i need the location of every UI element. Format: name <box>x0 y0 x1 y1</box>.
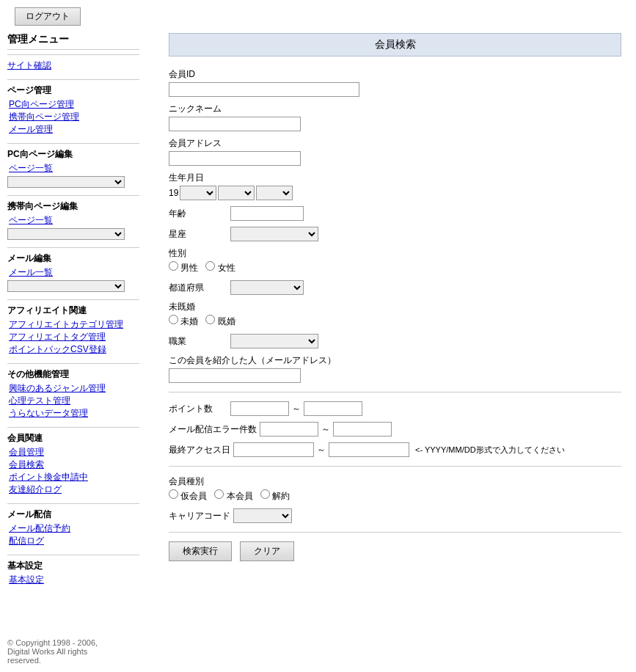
age-row: 年齢 <box>169 206 621 221</box>
gender-row: 性別 男性 女性 <box>169 247 621 274</box>
points-max-input[interactable] <box>304 401 362 416</box>
points-min-input[interactable] <box>230 401 289 416</box>
referrer-label: この会員を紹介した人（メールアドレス） <box>169 354 621 367</box>
sidebar-link-pc-page-list[interactable]: ページ一覧 <box>9 163 53 173</box>
sidebar-link-point-exchange[interactable]: ポイント換金申請中 <box>9 472 88 482</box>
sidebar-section-basic-settings: 基本設定 <box>7 560 139 572</box>
marital-married-radio[interactable] <box>205 315 215 324</box>
carrier-row: キャリアコード <box>169 508 621 523</box>
points-row: ポイント数 ～ <box>169 401 621 416</box>
birthdate-month-select[interactable] <box>218 186 255 200</box>
sidebar-link-basic-settings[interactable]: 基本設定 <box>9 574 44 585</box>
search-button[interactable]: 検索実行 <box>169 541 232 561</box>
mail-error-label: メール配信エラー件数 <box>169 423 257 436</box>
mail-error-max-input[interactable] <box>333 422 392 437</box>
sidebar-link-mobile-page-list[interactable]: ページ一覧 <box>9 215 53 225</box>
sidebar-title: 管理メニュー <box>7 33 139 50</box>
logout-button[interactable]: ログアウト <box>15 7 81 26</box>
sidebar-select-pc-page[interactable] <box>7 176 125 188</box>
member-address-input[interactable] <box>169 151 301 166</box>
header: ログアウト <box>0 0 636 33</box>
sidebar-link-genre[interactable]: 興味のあるジャンル管理 <box>9 383 106 393</box>
page-title: 会員検索 <box>169 33 621 56</box>
last-access-tilde: ～ <box>317 444 326 456</box>
member-id-label: 会員ID <box>169 68 621 81</box>
sidebar-link-member-search[interactable]: 会員検索 <box>9 459 44 470</box>
occupation-row: 職業 <box>169 334 621 348</box>
button-row: 検索実行 クリア <box>169 541 621 561</box>
constellation-select[interactable] <box>230 227 318 241</box>
footer: © Copyright 1998 - 2006,Digital Works Al… <box>0 624 636 672</box>
carrier-label: キャリアコード <box>169 510 230 522</box>
age-input[interactable] <box>230 206 304 221</box>
member-type-full-label: 本会員 <box>214 489 252 503</box>
mail-error-row: メール配信エラー件数 ～ <box>169 422 621 437</box>
mail-error-min-input[interactable] <box>260 422 318 437</box>
sidebar-link-delivery-log[interactable]: 配信ログ <box>9 536 44 546</box>
last-access-to-input[interactable] <box>329 442 409 457</box>
member-type-row: 会員種別 仮会員 本会員 解約 <box>169 475 621 503</box>
copyright: © Copyright 1998 - 2006,Digital Works Al… <box>7 638 98 665</box>
birthdate-day-select[interactable] <box>256 186 293 200</box>
sidebar-link-fortune[interactable]: うらないデータ管理 <box>9 408 88 418</box>
search-form: 会員ID ニックネーム 会員アドレス 生年月日 19 <box>169 68 621 574</box>
occupation-select[interactable] <box>230 334 318 348</box>
birthdate-prefix: 19 <box>169 188 178 198</box>
sidebar-link-member-management[interactable]: 会員管理 <box>9 447 44 457</box>
nickname-input[interactable] <box>169 117 301 131</box>
date-hint: <- YYYY/MM/DD形式で入力してください <box>415 445 565 456</box>
sidebar-link-psych-test[interactable]: 心理テスト管理 <box>9 395 70 406</box>
last-access-from-input[interactable] <box>233 442 314 457</box>
member-type-cancel-radio[interactable] <box>260 489 270 499</box>
sidebar-link-affiliate-category[interactable]: アフィリエイトカテゴリ管理 <box>9 319 123 329</box>
marital-single-radio[interactable] <box>169 315 178 324</box>
sidebar-link-mail-management[interactable]: メール管理 <box>9 124 53 134</box>
member-id-input[interactable] <box>169 82 359 97</box>
member-type-trial-radio[interactable] <box>169 489 178 499</box>
birthdate-row: 生年月日 19 <box>169 172 621 200</box>
gender-male-label: 男性 <box>169 261 198 274</box>
referrer-row: この会員を紹介した人（メールアドレス） <box>169 354 621 383</box>
gender-male-radio[interactable] <box>169 261 178 271</box>
occupation-label: 職業 <box>169 335 227 348</box>
prefecture-label: 都道府県 <box>169 282 227 294</box>
member-address-row: 会員アドレス <box>169 137 621 166</box>
sidebar: 管理メニュー サイト確認 ページ管理 PC向ページ管理 携帯向ページ管理 メール… <box>0 33 147 624</box>
sidebar-select-mail[interactable] <box>7 280 125 292</box>
points-label: ポイント数 <box>169 403 227 415</box>
gender-female-label: 女性 <box>205 261 235 274</box>
sidebar-section-mail-edit: メール編集 <box>7 252 139 265</box>
sidebar-link-affiliate-tag[interactable]: アフィリエイトタグ管理 <box>9 332 106 342</box>
member-address-label: 会員アドレス <box>169 137 621 150</box>
clear-button[interactable]: クリア <box>240 541 294 561</box>
birthdate-year-select[interactable] <box>180 186 216 200</box>
sidebar-link-mobile-page[interactable]: 携帯向ページ管理 <box>9 112 79 122</box>
member-type-trial-label: 仮会員 <box>169 489 207 503</box>
marital-married-label: 既婚 <box>205 315 235 328</box>
sidebar-link-pc-page[interactable]: PC向ページ管理 <box>9 99 74 109</box>
marital-label: 未既婚 <box>169 301 621 313</box>
sidebar-link-mail-list[interactable]: メール一覧 <box>9 267 53 277</box>
marital-row: 未既婚 未婚 既婚 <box>169 301 621 328</box>
prefecture-select[interactable] <box>230 280 304 295</box>
sidebar-select-mobile-page[interactable] <box>7 228 125 240</box>
member-type-full-radio[interactable] <box>214 489 224 499</box>
referrer-input[interactable] <box>169 368 301 383</box>
sidebar-link-mail-schedule[interactable]: メール配信予約 <box>9 523 70 533</box>
points-tilde: ～ <box>292 403 301 415</box>
gender-label: 性別 <box>169 247 621 260</box>
nickname-row: ニックネーム <box>169 103 621 131</box>
member-id-row: 会員ID <box>169 68 621 97</box>
sidebar-link-site-confirm[interactable]: サイト確認 <box>7 60 51 70</box>
carrier-select[interactable] <box>233 508 292 523</box>
member-type-cancel-label: 解約 <box>260 489 290 503</box>
marital-single-label: 未婚 <box>169 315 198 328</box>
sidebar-link-referral-log[interactable]: 友達紹介ログ <box>9 484 62 494</box>
sidebar-section-affiliate: アフィリエイト関連 <box>7 304 139 317</box>
sidebar-link-pointback-csv[interactable]: ポイントバックCSV登録 <box>9 344 106 354</box>
gender-female-radio[interactable] <box>205 261 215 271</box>
last-access-row: 最終アクセス日 ～ <- YYYY/MM/DD形式で入力してください <box>169 442 621 457</box>
sidebar-section-other: その他機能管理 <box>7 368 139 381</box>
mail-error-tilde: ～ <box>321 423 330 436</box>
constellation-label: 星座 <box>169 228 227 241</box>
